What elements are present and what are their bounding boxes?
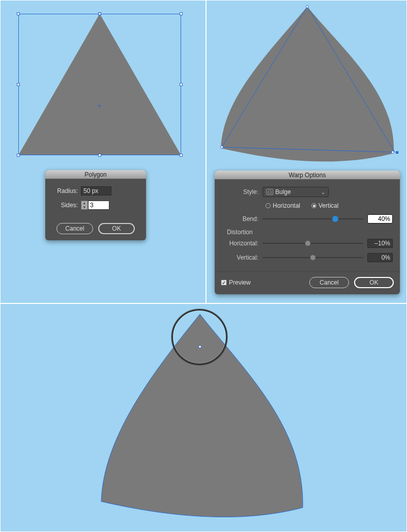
svg-marker-1 [222,7,395,152]
bbox-handle-icon[interactable] [17,12,20,15]
triangle-outline [218,7,397,163]
pucker-bloat-cursor-icon[interactable] [171,309,227,365]
bounding-box-outline [18,14,181,155]
radius-input[interactable]: 50 px [81,186,111,195]
pane-result-canvas [0,303,407,532]
bbox-handle-icon[interactable] [17,83,20,86]
chevron-down-icon: ⌄ [321,189,325,195]
bbox-handle-icon[interactable] [180,154,183,157]
polygon-dialog: Polygon Radius: 50 px Sides: ▴▾ 3 Cancel… [45,170,146,240]
style-value: Bulge [275,188,291,195]
bend-value-input[interactable]: 40% [367,214,393,223]
anchor-point-icon[interactable] [98,12,101,15]
distortion-horizontal-slider[interactable] [263,240,363,247]
direction-handle-icon[interactable] [396,151,398,154]
ok-button[interactable]: OK [98,223,135,234]
anchor-point-icon[interactable] [391,151,394,154]
distortion-horizontal-label: Horizontal: [222,240,258,247]
ok-button[interactable]: OK [354,277,394,288]
sides-stepper[interactable]: ▴▾ [81,201,88,210]
radius-label: Radius: [52,187,78,194]
distortion-vertical-input[interactable]: 0% [367,253,393,262]
anchor-point-icon[interactable] [306,5,309,8]
distortion-vertical-label: Vertical: [222,254,258,261]
style-label: Style: [222,188,258,195]
pane-warp-canvas: Warp Options Style: Bulge ⌄ Horizontal V… [206,0,407,303]
selection-bbox[interactable] [18,14,181,155]
bend-slider[interactable] [263,215,363,222]
center-point-icon [98,104,102,108]
bbox-handle-icon[interactable] [98,154,101,157]
distortion-horizontal-input[interactable]: –10% [367,239,393,248]
sides-label: Sides: [52,202,78,209]
bbox-handle-icon[interactable] [180,12,183,15]
preview-checkbox[interactable]: ✓Preview [221,279,251,286]
bbox-handle-icon[interactable] [17,154,20,157]
orientation-vertical-radio[interactable]: Vertical [311,202,338,209]
pane-polygon-canvas: Polygon Radius: 50 px Sides: ▴▾ 3 Cancel… [0,0,206,303]
dialog-title: Polygon [45,170,146,179]
cancel-button[interactable]: Cancel [309,277,349,288]
warp-options-dialog: Warp Options Style: Bulge ⌄ Horizontal V… [215,171,400,294]
anchor-point-icon[interactable] [220,146,223,149]
distortion-vertical-slider[interactable] [263,254,363,261]
cancel-button[interactable]: Cancel [56,223,93,234]
anchor-point-icon[interactable] [198,345,201,348]
sides-input[interactable]: 3 [88,201,109,210]
distortion-section-label: Distortion [227,229,393,236]
dialog-title: Warp Options [215,171,400,180]
bbox-handle-icon[interactable] [180,83,183,86]
bulge-icon [266,189,273,195]
orientation-horizontal-radio[interactable]: Horizontal [266,202,300,209]
bend-label: Bend: [222,215,258,222]
style-select[interactable]: Bulge ⌄ [263,187,329,197]
